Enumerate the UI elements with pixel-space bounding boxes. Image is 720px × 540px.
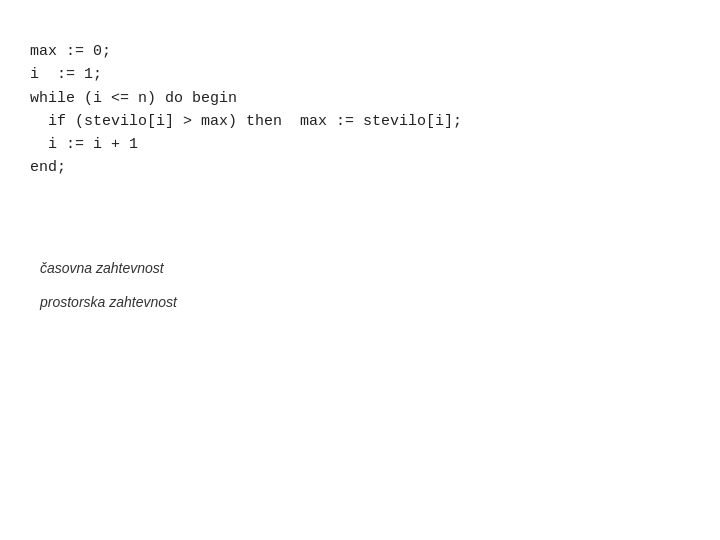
page-container: max := 0; i := 1; while (i <= n) do begi…: [0, 0, 720, 540]
code-line-2: i := 1;: [30, 66, 102, 83]
code-line-6: end;: [30, 159, 66, 176]
prostorska-label: prostorska zahtevnost: [40, 294, 690, 310]
casovna-label: časovna zahtevnost: [40, 260, 690, 276]
code-line-5: i := i + 1: [30, 136, 138, 153]
code-line-1: max := 0;: [30, 43, 111, 60]
code-block: max := 0; i := 1; while (i <= n) do begi…: [30, 40, 690, 180]
labels-section: časovna zahtevnost prostorska zahtevnost: [40, 260, 690, 310]
code-line-4: if (stevilo[i] > max) then max := stevil…: [30, 113, 462, 130]
code-line-3: while (i <= n) do begin: [30, 90, 237, 107]
